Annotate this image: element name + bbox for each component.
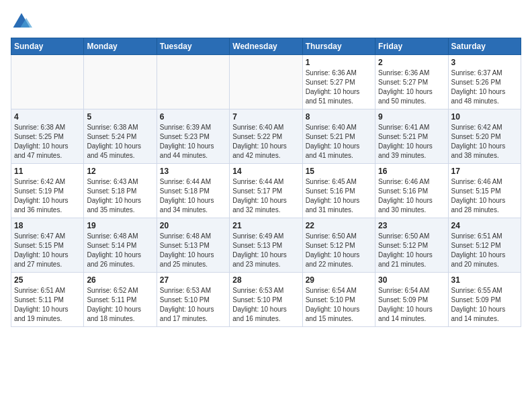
day-number: 26 <box>87 275 153 285</box>
day-number: 14 <box>232 167 299 176</box>
calendar-cell: 30Sunrise: 6:54 AM Sunset: 5:09 PM Dayli… <box>375 273 448 327</box>
calendar-cell: 16Sunrise: 6:46 AM Sunset: 5:16 PM Dayli… <box>375 164 448 218</box>
calendar-cell: 9Sunrise: 6:41 AM Sunset: 5:21 PM Daylig… <box>375 109 448 164</box>
day-number: 1 <box>306 58 372 67</box>
day-number: 31 <box>451 275 518 285</box>
day-number: 29 <box>306 275 372 285</box>
day-info: Sunrise: 6:41 AM Sunset: 5:21 PM Dayligh… <box>378 123 445 161</box>
calendar-cell: 3Sunrise: 6:37 AM Sunset: 5:26 PM Daylig… <box>448 55 521 109</box>
day-number: 18 <box>14 221 81 230</box>
day-number: 20 <box>160 221 226 230</box>
week-row-4: 25Sunrise: 6:51 AM Sunset: 5:11 PM Dayli… <box>11 273 521 327</box>
day-info: Sunrise: 6:36 AM Sunset: 5:27 PM Dayligh… <box>306 68 372 106</box>
day-number: 13 <box>160 167 226 176</box>
day-info: Sunrise: 6:40 AM Sunset: 5:22 PM Dayligh… <box>232 123 299 161</box>
calendar-cell: 27Sunrise: 6:53 AM Sunset: 5:10 PM Dayli… <box>157 273 229 327</box>
day-number: 11 <box>14 167 81 176</box>
calendar-cell: 29Sunrise: 6:54 AM Sunset: 5:10 PM Dayli… <box>302 273 375 327</box>
day-number: 30 <box>378 275 445 285</box>
calendar-cell: 4Sunrise: 6:38 AM Sunset: 5:25 PM Daylig… <box>11 109 84 164</box>
day-info: Sunrise: 6:39 AM Sunset: 5:23 PM Dayligh… <box>160 123 226 161</box>
day-info: Sunrise: 6:52 AM Sunset: 5:11 PM Dayligh… <box>87 286 153 324</box>
calendar-table: SundayMondayTuesdayWednesdayThursdayFrid… <box>11 38 521 327</box>
header-monday: Monday <box>84 38 157 55</box>
day-number: 3 <box>451 58 518 67</box>
day-info: Sunrise: 6:40 AM Sunset: 5:21 PM Dayligh… <box>306 123 372 161</box>
day-number: 2 <box>378 58 445 67</box>
calendar-cell: 11Sunrise: 6:42 AM Sunset: 5:19 PM Dayli… <box>11 164 84 218</box>
day-number: 21 <box>232 221 299 230</box>
day-number: 8 <box>306 112 372 122</box>
day-info: Sunrise: 6:44 AM Sunset: 5:18 PM Dayligh… <box>160 177 226 215</box>
day-number: 9 <box>378 112 445 122</box>
day-number: 17 <box>451 167 518 176</box>
calendar-cell: 6Sunrise: 6:39 AM Sunset: 5:23 PM Daylig… <box>157 109 229 164</box>
calendar-cell <box>11 55 84 109</box>
day-info: Sunrise: 6:51 AM Sunset: 5:11 PM Dayligh… <box>14 286 81 324</box>
day-info: Sunrise: 6:55 AM Sunset: 5:09 PM Dayligh… <box>451 286 518 324</box>
day-number: 25 <box>14 275 81 285</box>
day-info: Sunrise: 6:38 AM Sunset: 5:24 PM Dayligh… <box>87 123 153 161</box>
calendar-cell: 25Sunrise: 6:51 AM Sunset: 5:11 PM Dayli… <box>11 273 84 327</box>
day-number: 19 <box>87 221 153 230</box>
calendar-cell: 12Sunrise: 6:43 AM Sunset: 5:18 PM Dayli… <box>84 164 157 218</box>
day-number: 5 <box>87 112 153 122</box>
day-info: Sunrise: 6:38 AM Sunset: 5:25 PM Dayligh… <box>14 123 81 161</box>
calendar-cell: 15Sunrise: 6:45 AM Sunset: 5:16 PM Dayli… <box>302 164 375 218</box>
day-info: Sunrise: 6:44 AM Sunset: 5:17 PM Dayligh… <box>232 177 299 215</box>
day-info: Sunrise: 6:37 AM Sunset: 5:26 PM Dayligh… <box>451 68 518 106</box>
calendar-cell: 10Sunrise: 6:42 AM Sunset: 5:20 PM Dayli… <box>448 109 521 164</box>
day-info: Sunrise: 6:53 AM Sunset: 5:10 PM Dayligh… <box>232 286 299 324</box>
day-number: 28 <box>232 275 299 285</box>
day-number: 15 <box>306 167 372 176</box>
day-number: 27 <box>160 275 226 285</box>
day-info: Sunrise: 6:50 AM Sunset: 5:12 PM Dayligh… <box>306 232 372 269</box>
calendar-cell <box>157 55 229 109</box>
header-row: SundayMondayTuesdayWednesdayThursdayFrid… <box>11 38 521 55</box>
day-info: Sunrise: 6:36 AM Sunset: 5:27 PM Dayligh… <box>378 68 445 106</box>
header-friday: Friday <box>375 38 448 55</box>
calendar-cell: 13Sunrise: 6:44 AM Sunset: 5:18 PM Dayli… <box>157 164 229 218</box>
day-number: 4 <box>14 112 81 122</box>
day-info: Sunrise: 6:50 AM Sunset: 5:12 PM Dayligh… <box>378 232 445 269</box>
calendar-cell: 7Sunrise: 6:40 AM Sunset: 5:22 PM Daylig… <box>230 109 302 164</box>
day-info: Sunrise: 6:43 AM Sunset: 5:18 PM Dayligh… <box>87 177 153 215</box>
header-thursday: Thursday <box>302 38 375 55</box>
week-row-0: 1Sunrise: 6:36 AM Sunset: 5:27 PM Daylig… <box>11 55 521 109</box>
calendar-cell: 20Sunrise: 6:48 AM Sunset: 5:13 PM Dayli… <box>157 218 229 273</box>
calendar-cell <box>84 55 157 109</box>
day-info: Sunrise: 6:54 AM Sunset: 5:09 PM Dayligh… <box>378 286 445 324</box>
header-wednesday: Wednesday <box>230 38 302 55</box>
calendar-cell: 28Sunrise: 6:53 AM Sunset: 5:10 PM Dayli… <box>230 273 302 327</box>
day-info: Sunrise: 6:48 AM Sunset: 5:14 PM Dayligh… <box>87 232 153 269</box>
day-number: 23 <box>378 221 445 230</box>
header-tuesday: Tuesday <box>157 38 229 55</box>
header-saturday: Saturday <box>448 38 521 55</box>
calendar-body: 1Sunrise: 6:36 AM Sunset: 5:27 PM Daylig… <box>11 55 521 327</box>
calendar-cell: 21Sunrise: 6:49 AM Sunset: 5:13 PM Dayli… <box>230 218 302 273</box>
day-info: Sunrise: 6:47 AM Sunset: 5:15 PM Dayligh… <box>14 232 81 269</box>
logo-icon <box>11 11 32 32</box>
header-sunday: Sunday <box>11 38 84 55</box>
day-number: 16 <box>378 167 445 176</box>
calendar-cell: 8Sunrise: 6:40 AM Sunset: 5:21 PM Daylig… <box>302 109 375 164</box>
day-number: 10 <box>451 112 518 122</box>
week-row-2: 11Sunrise: 6:42 AM Sunset: 5:19 PM Dayli… <box>11 164 521 218</box>
calendar-cell: 22Sunrise: 6:50 AM Sunset: 5:12 PM Dayli… <box>302 218 375 273</box>
calendar-cell: 19Sunrise: 6:48 AM Sunset: 5:14 PM Dayli… <box>84 218 157 273</box>
day-number: 7 <box>232 112 299 122</box>
day-info: Sunrise: 6:51 AM Sunset: 5:12 PM Dayligh… <box>451 232 518 269</box>
calendar-cell: 2Sunrise: 6:36 AM Sunset: 5:27 PM Daylig… <box>375 55 448 109</box>
day-info: Sunrise: 6:45 AM Sunset: 5:16 PM Dayligh… <box>306 177 372 215</box>
day-info: Sunrise: 6:53 AM Sunset: 5:10 PM Dayligh… <box>160 286 226 324</box>
day-number: 12 <box>87 167 153 176</box>
day-number: 24 <box>451 221 518 230</box>
day-info: Sunrise: 6:42 AM Sunset: 5:19 PM Dayligh… <box>14 177 81 215</box>
day-info: Sunrise: 6:46 AM Sunset: 5:16 PM Dayligh… <box>378 177 445 215</box>
calendar-cell: 14Sunrise: 6:44 AM Sunset: 5:17 PM Dayli… <box>230 164 302 218</box>
day-number: 22 <box>306 221 372 230</box>
day-info: Sunrise: 6:46 AM Sunset: 5:15 PM Dayligh… <box>451 177 518 215</box>
day-info: Sunrise: 6:42 AM Sunset: 5:20 PM Dayligh… <box>451 123 518 161</box>
calendar-cell: 31Sunrise: 6:55 AM Sunset: 5:09 PM Dayli… <box>448 273 521 327</box>
week-row-1: 4Sunrise: 6:38 AM Sunset: 5:25 PM Daylig… <box>11 109 521 164</box>
